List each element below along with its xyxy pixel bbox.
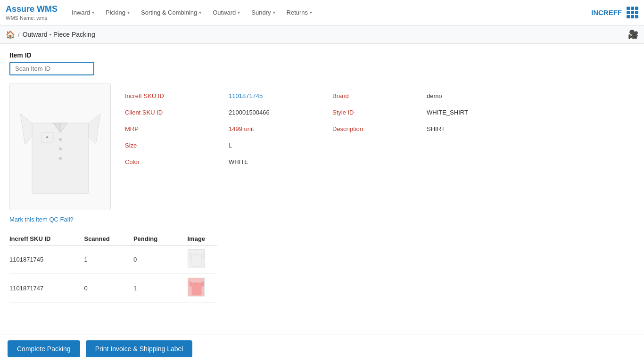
breadcrumb-text: Outward - Piece Packing xyxy=(23,31,95,38)
cell-sku-id: 1101871747 xyxy=(9,274,84,303)
chevron-down-icon: ▾ xyxy=(310,10,312,15)
size-label: Size xyxy=(125,137,229,154)
nav-returns[interactable]: Returns ▾ xyxy=(282,6,317,19)
col-scanned: Scanned xyxy=(84,232,133,246)
description-value: SHIRT xyxy=(427,121,635,137)
chevron-down-icon: ▾ xyxy=(127,10,130,15)
svg-marker-17 xyxy=(201,281,204,287)
product-image xyxy=(9,83,111,210)
svg-marker-16 xyxy=(189,281,192,287)
breadcrumb: 🏠 / Outward - Piece Packing 🎥 xyxy=(0,25,644,44)
nav-outward[interactable]: Outward ▾ xyxy=(208,6,245,19)
col-image: Image xyxy=(181,232,217,246)
item-id-label: Item ID xyxy=(9,51,635,59)
svg-marker-1 xyxy=(20,114,32,144)
navbar: Assure WMS WMS Name: wms Inward ▾ Pickin… xyxy=(0,0,644,25)
nav-inward[interactable]: Inward ▾ xyxy=(67,6,99,19)
bottom-bar: Complete Packing Print Invoice & Shippin… xyxy=(0,335,644,362)
item-id-section: Item ID xyxy=(9,51,635,75)
client-sku-value: 210001500466 xyxy=(229,104,332,121)
svg-marker-11 xyxy=(189,253,192,258)
print-invoice-button[interactable]: Print Invoice & Shipping Label xyxy=(86,340,193,357)
color-value: WHITE xyxy=(229,154,332,170)
cell-image xyxy=(181,274,217,303)
brand-sub: WMS Name: wms xyxy=(6,15,47,21)
item-id-input[interactable] xyxy=(9,62,94,75)
chevron-down-icon: ▾ xyxy=(92,10,94,15)
home-icon[interactable]: 🏠 xyxy=(6,30,15,39)
thumbnail-pink xyxy=(188,278,205,296)
main-content: Item ID xyxy=(0,44,644,362)
svg-point-6 xyxy=(59,148,62,150)
brand: Assure WMS WMS Name: wms xyxy=(6,4,58,21)
sku-table: Increff SKU ID Scanned Pending Image 110… xyxy=(9,232,217,303)
col-pending: Pending xyxy=(133,232,181,246)
style-id-label: Style ID xyxy=(332,104,427,121)
shirt-illustration xyxy=(18,90,103,203)
breadcrumb-separator: / xyxy=(18,31,20,38)
col-sku-id: Increff SKU ID xyxy=(9,232,84,246)
brand-name: Assure WMS xyxy=(6,4,58,14)
breadcrumb-right: 🎥 xyxy=(628,29,638,40)
nav-sorting-combining[interactable]: Sorting & Combining ▾ xyxy=(136,6,206,19)
brand-value: demo xyxy=(427,88,635,104)
nav-sundry[interactable]: Sundry ▾ xyxy=(247,6,280,19)
product-section: Mark this item QC Fail? Increff SKU ID 1… xyxy=(9,83,635,223)
color-label: Color xyxy=(125,154,229,170)
main-nav: Inward ▾ Picking ▾ Sorting & Combining ▾… xyxy=(67,6,317,19)
svg-point-5 xyxy=(59,138,62,141)
chevron-down-icon: ▾ xyxy=(273,10,275,15)
mrp-label: MRP xyxy=(125,121,229,137)
chevron-down-icon: ▾ xyxy=(238,10,240,15)
video-icon[interactable]: 🎥 xyxy=(628,30,638,39)
thumbnail-white xyxy=(188,249,205,268)
svg-marker-12 xyxy=(201,253,204,258)
table-row: 110187174510 xyxy=(9,246,217,274)
nav-picking[interactable]: Picking ▾ xyxy=(101,6,134,19)
cell-sku-id: 1101871745 xyxy=(9,246,84,274)
navbar-right: INCREFF xyxy=(591,7,638,18)
cell-image xyxy=(181,246,217,274)
style-id-value: WHITE_SHIRT xyxy=(427,104,635,121)
product-image-container: Mark this item QC Fail? xyxy=(9,83,111,223)
cell-scanned: 0 xyxy=(84,274,133,303)
svg-point-7 xyxy=(59,157,62,160)
chevron-down-icon: ▾ xyxy=(199,10,201,15)
svg-marker-2 xyxy=(89,114,100,144)
detail-grid: Increff SKU ID 1101871745 Brand demo Cli… xyxy=(125,88,635,170)
size-value: L xyxy=(229,137,332,154)
increff-sku-label: Increff SKU ID xyxy=(125,88,229,104)
mrp-value: 1499 unit xyxy=(229,121,332,137)
cell-pending: 0 xyxy=(133,246,181,274)
cell-scanned: 1 xyxy=(84,246,133,274)
brand-label: Brand xyxy=(332,88,427,104)
complete-packing-button[interactable]: Complete Packing xyxy=(8,340,80,357)
product-details: Increff SKU ID 1101871745 Brand demo Cli… xyxy=(125,83,635,170)
increff-sku-value: 1101871745 xyxy=(229,88,332,104)
cell-pending: 1 xyxy=(133,274,181,303)
description-label: Description xyxy=(332,121,427,137)
qc-fail-link[interactable]: Mark this item QC Fail? xyxy=(9,216,74,223)
grid-icon[interactable] xyxy=(627,7,638,18)
table-row: 110187174701 xyxy=(9,274,217,303)
increff-label: INCREFF xyxy=(591,8,622,16)
client-sku-label: Client SKU ID xyxy=(125,104,229,121)
